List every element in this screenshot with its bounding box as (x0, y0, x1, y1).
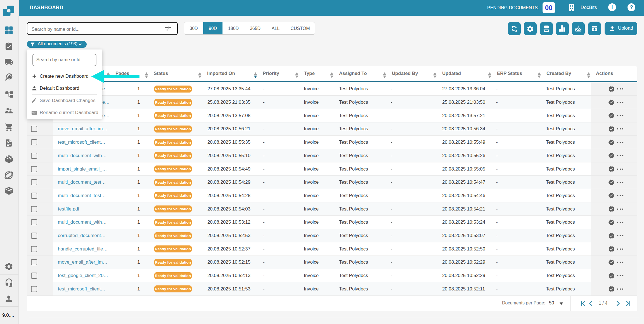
svg-text:$: $ (7, 140, 9, 144)
